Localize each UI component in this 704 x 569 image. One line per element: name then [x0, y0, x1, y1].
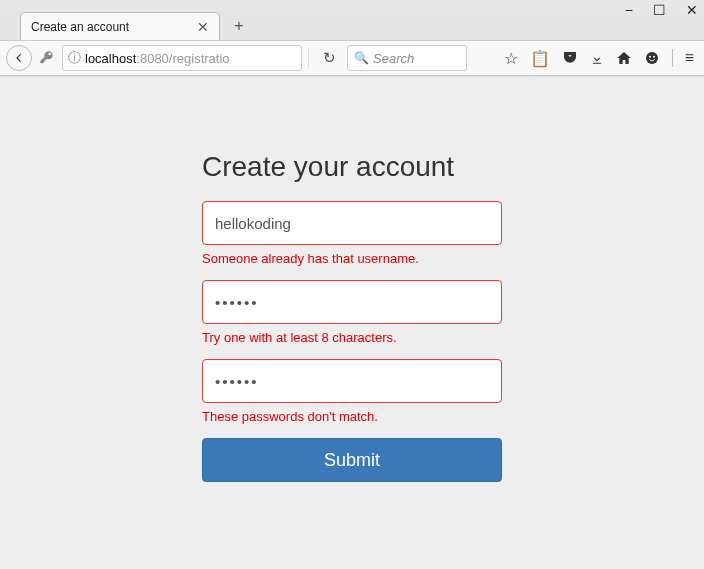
bookmark-star-icon[interactable]: ☆: [504, 49, 518, 68]
registration-form: Create your account Someone already has …: [202, 151, 502, 569]
library-icon[interactable]: 📋: [530, 49, 550, 68]
chat-icon[interactable]: [644, 50, 660, 66]
window-minimize-button[interactable]: −: [625, 2, 633, 18]
search-bar[interactable]: 🔍 Search: [347, 45, 467, 71]
svg-point-1: [649, 56, 651, 58]
tab-close-button[interactable]: ✕: [193, 19, 213, 35]
downloads-icon[interactable]: [590, 51, 604, 65]
separator: [308, 49, 309, 67]
pocket-icon[interactable]: [562, 50, 578, 66]
password-error: Try one with at least 8 characters.: [202, 330, 502, 345]
username-group: Someone already has that username.: [202, 201, 502, 266]
username-input[interactable]: [202, 201, 502, 245]
arrow-left-icon: [12, 51, 26, 65]
toolbar-divider: [672, 49, 673, 67]
key-icon: [39, 50, 55, 66]
window-titlebar: [0, 0, 704, 10]
url-text: localhost:8080/registratio: [85, 51, 230, 66]
password-input[interactable]: [202, 280, 502, 324]
password-group: Try one with at least 8 characters.: [202, 280, 502, 345]
window-close-button[interactable]: ✕: [686, 2, 698, 18]
browser-tab[interactable]: Create an account ✕: [20, 12, 220, 40]
tab-title: Create an account: [31, 20, 193, 34]
info-icon: ⓘ: [63, 49, 85, 67]
address-bar[interactable]: ⓘ localhost:8080/registratio: [62, 45, 302, 71]
home-icon[interactable]: [616, 50, 632, 66]
reload-button[interactable]: ↻: [315, 44, 343, 72]
submit-button[interactable]: Submit: [202, 438, 502, 482]
back-button[interactable]: [6, 45, 32, 71]
window-controls: − ☐ ✕: [625, 2, 698, 18]
identity-button[interactable]: [36, 44, 58, 72]
hamburger-menu-icon[interactable]: ≡: [685, 49, 694, 67]
page-content: Create your account Someone already has …: [0, 76, 704, 569]
svg-point-2: [653, 56, 655, 58]
window-maximize-button[interactable]: ☐: [653, 2, 666, 18]
search-icon: 🔍: [354, 51, 369, 65]
new-tab-button[interactable]: +: [226, 15, 252, 37]
page-heading: Create your account: [202, 151, 502, 183]
toolbar-icons: ☆ 📋 ≡: [504, 49, 698, 68]
confirm-password-input[interactable]: [202, 359, 502, 403]
tab-strip: Create an account ✕ +: [0, 10, 704, 40]
search-placeholder: Search: [373, 51, 414, 66]
svg-point-0: [646, 52, 658, 64]
navigation-toolbar: ⓘ localhost:8080/registratio ↻ 🔍 Search …: [0, 40, 704, 76]
confirm-password-error: These passwords don't match.: [202, 409, 502, 424]
confirm-password-group: These passwords don't match.: [202, 359, 502, 424]
username-error: Someone already has that username.: [202, 251, 502, 266]
